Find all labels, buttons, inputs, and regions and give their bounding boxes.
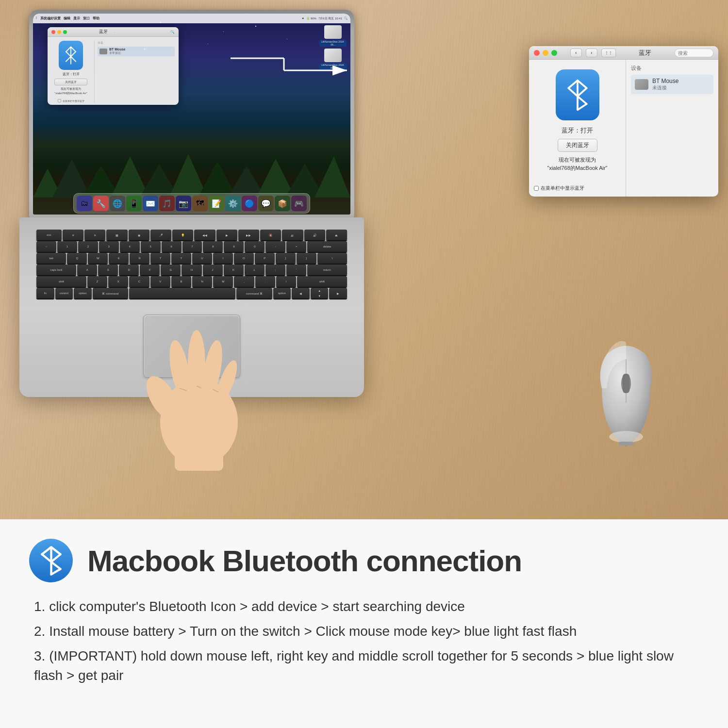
- key-left[interactable]: ◀: [292, 288, 310, 298]
- dock-app3[interactable]: 📱: [126, 196, 142, 211]
- key-f11[interactable]: 🔉: [282, 230, 303, 240]
- key-lshift[interactable]: shift: [36, 276, 86, 287]
- key-semicolon[interactable]: ;: [265, 265, 285, 275]
- search-icon[interactable]: 🔍: [344, 17, 347, 21]
- key-f10[interactable]: 🔇: [260, 230, 281, 240]
- key-q[interactable]: Q: [67, 253, 87, 264]
- key-lbracket[interactable]: [: [276, 253, 296, 264]
- key-f7[interactable]: ◀◀: [194, 230, 215, 240]
- key-n[interactable]: N: [192, 276, 212, 287]
- key-m[interactable]: M: [213, 276, 233, 287]
- key-rbracket[interactable]: ]: [297, 253, 316, 264]
- key-p[interactable]: P: [255, 253, 275, 264]
- key-down[interactable]: ▼: [318, 294, 321, 298]
- key-comma[interactable]: ,: [234, 276, 254, 287]
- dock-app1[interactable]: 🔧: [93, 196, 109, 211]
- key-backslash[interactable]: \: [317, 253, 347, 264]
- key-backtick[interactable]: ~: [36, 241, 56, 252]
- key-lcmd[interactable]: ⌘ command: [93, 288, 128, 298]
- key-control[interactable]: control: [55, 288, 73, 298]
- dock-app11[interactable]: 💬: [258, 196, 274, 211]
- dock-app8[interactable]: 📝: [209, 196, 224, 211]
- key-rcmd[interactable]: command ⌘: [236, 288, 272, 298]
- menubar-window[interactable]: 帮助: [93, 16, 99, 21]
- close-btn-large[interactable]: [534, 50, 540, 56]
- key-h[interactable]: H: [182, 265, 201, 275]
- key-f2[interactable]: ☀: [84, 230, 105, 240]
- device-row-large[interactable]: BT Mouse 未连接: [631, 75, 713, 94]
- key-rshift[interactable]: shift: [297, 276, 347, 287]
- dock-app5[interactable]: 🎵: [159, 196, 175, 211]
- key-6[interactable]: 6: [162, 241, 182, 252]
- key-updown[interactable]: ▲ ▼: [311, 288, 329, 298]
- key-a[interactable]: A: [77, 265, 97, 275]
- bt-menubar-checkbox[interactable]: 在菜单栏中显示蓝牙: [534, 185, 584, 192]
- key-3[interactable]: 3: [99, 241, 119, 252]
- dock-app2[interactable]: 🌐: [110, 196, 125, 211]
- menubar-file[interactable]: 编辑: [64, 16, 70, 21]
- key-9[interactable]: 9: [224, 241, 244, 252]
- key-j[interactable]: J: [203, 265, 223, 275]
- bt-search-input[interactable]: [675, 49, 713, 57]
- dock-app10[interactable]: 🔵: [242, 196, 257, 211]
- dock-app9[interactable]: ⚙️: [225, 196, 241, 211]
- key-0[interactable]: 0: [245, 241, 265, 252]
- menubar-view[interactable]: 室口: [83, 16, 90, 21]
- maximize-btn-large[interactable]: [551, 50, 557, 56]
- dock-app6[interactable]: 📷: [176, 196, 191, 211]
- menubar-edit[interactable]: 显示: [73, 16, 80, 21]
- key-i[interactable]: I: [213, 253, 233, 264]
- menubar-app[interactable]: 系统偏好设置: [40, 16, 61, 21]
- dock-app4[interactable]: ✉️: [143, 196, 158, 211]
- minimize-btn-large[interactable]: [543, 50, 548, 56]
- key-up[interactable]: ▲: [318, 288, 321, 293]
- back-btn[interactable]: ‹: [570, 49, 582, 57]
- forward-btn[interactable]: ›: [586, 49, 597, 57]
- key-4[interactable]: 4: [120, 241, 140, 252]
- key-power[interactable]: ⏏: [326, 230, 347, 240]
- key-8[interactable]: 8: [203, 241, 223, 252]
- key-plus[interactable]: =: [286, 241, 306, 252]
- apple-menu[interactable]: : [36, 16, 37, 21]
- dock-app13[interactable]: 🎮: [291, 196, 307, 211]
- key-f5[interactable]: 🎤: [150, 230, 171, 240]
- key-period[interactable]: .: [255, 276, 275, 287]
- key-g[interactable]: G: [161, 265, 181, 275]
- key-f1[interactable]: ☀: [63, 230, 83, 240]
- key-l[interactable]: L: [245, 265, 265, 275]
- key-w[interactable]: W: [88, 253, 108, 264]
- grid-btn[interactable]: ⋮⋮: [601, 49, 616, 57]
- key-u[interactable]: U: [192, 253, 212, 264]
- bt-large-search[interactable]: [675, 48, 713, 58]
- key-o[interactable]: O: [234, 253, 254, 264]
- key-r[interactable]: R: [130, 253, 149, 264]
- dock-finder[interactable]: 🗂: [77, 196, 92, 211]
- menubar-checkbox-input[interactable]: [534, 186, 539, 191]
- key-f4[interactable]: ◉: [129, 230, 149, 240]
- key-b[interactable]: B: [171, 276, 191, 287]
- key-z[interactable]: Z: [87, 276, 107, 287]
- key-2[interactable]: 2: [78, 241, 98, 252]
- key-5[interactable]: 5: [141, 241, 161, 252]
- key-t[interactable]: T: [150, 253, 170, 264]
- key-caps[interactable]: caps lock: [36, 265, 76, 275]
- key-quote[interactable]: ': [286, 265, 306, 275]
- key-f9[interactable]: ▶▶: [238, 230, 259, 240]
- key-right[interactable]: ▶: [329, 288, 347, 298]
- key-slash[interactable]: /: [276, 276, 296, 287]
- key-c[interactable]: C: [129, 276, 149, 287]
- dock-app12[interactable]: 📦: [275, 196, 290, 211]
- key-f6[interactable]: 💡: [172, 230, 193, 240]
- key-s[interactable]: S: [98, 265, 118, 275]
- key-space[interactable]: [129, 288, 236, 298]
- key-minus[interactable]: -: [265, 241, 285, 252]
- key-e[interactable]: E: [109, 253, 129, 264]
- key-f3[interactable]: ▦: [106, 230, 127, 240]
- dock-app7[interactable]: 🗺: [192, 196, 208, 211]
- key-fn[interactable]: fn: [36, 288, 54, 298]
- key-tab[interactable]: tab: [36, 253, 66, 264]
- bluetooth-dialog-large[interactable]: ‹ › ⋮⋮ 蓝牙: [529, 46, 718, 197]
- key-esc[interactable]: esc: [36, 230, 62, 240]
- key-v[interactable]: V: [150, 276, 170, 287]
- key-d[interactable]: D: [119, 265, 139, 275]
